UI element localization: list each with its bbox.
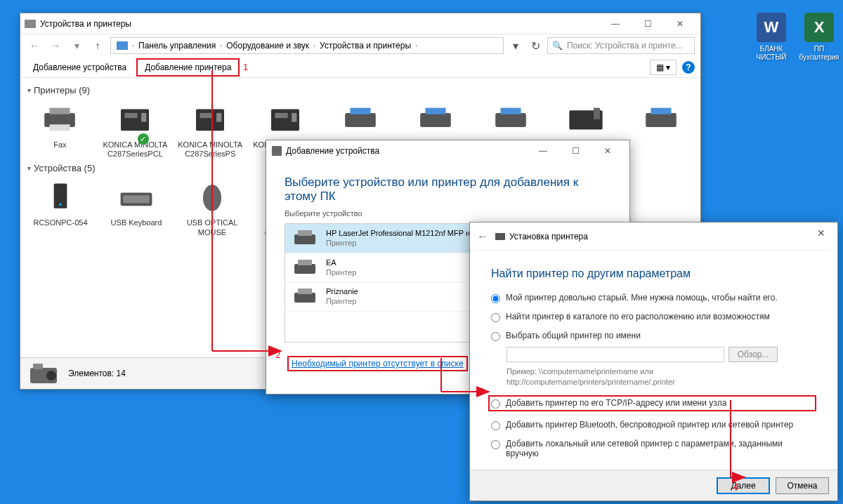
radio-manual[interactable]: Добавить локальный или сетевой принтер с… [491,439,816,458]
device-item-mouse[interactable]: USB OPTICAL MOUSE [179,179,245,246]
desktop-icon-excel[interactable]: X ПП бухгалтерия [795,13,843,62]
dialog-heading: Найти принтер по другим параметрам [491,267,816,280]
refresh-button[interactable]: ↻ [528,37,543,54]
svg-rect-37 [294,264,315,274]
browse-button[interactable]: Обзор... [728,347,778,362]
path-dropdown[interactable]: ▾ [508,37,523,54]
back-button[interactable]: ← [477,230,488,243]
close-button[interactable]: ✕ [805,223,837,244]
close-button[interactable]: ✕ [664,13,696,34]
svg-rect-6 [125,113,138,118]
printer-item[interactable]: KONICA MINOLTA C287SeriesPS [178,101,243,159]
svg-rect-4 [50,124,70,131]
svg-rect-17 [425,108,445,114]
mfp-icon [261,101,310,138]
printers-section-header[interactable]: ▾ Принтеры (9) [27,85,693,95]
fax-icon [35,101,84,138]
printer-icon [495,232,505,241]
svg-point-25 [59,204,62,206]
up-button[interactable]: ↑ [89,37,106,54]
radio-tcpip[interactable]: Добавить принтер по его TCP/IP-адресу ил… [488,395,816,411]
printer-item[interactable]: ✓ KONICA MINOLTA C287SeriesPCL [103,101,168,159]
chevron-down-icon: ▾ [27,86,31,94]
svg-rect-35 [294,234,315,244]
forward-button[interactable]: → [47,37,64,54]
camera-icon [27,361,60,386]
mfp-icon [110,101,159,138]
printer-icon [291,258,319,277]
printer-item-fax[interactable]: Fax [27,101,93,159]
radio-catalog[interactable]: Найти принтер в каталоге по его располож… [491,312,816,322]
titlebar[interactable]: Устройства и принтеры — ☐ ✕ [20,13,700,34]
svg-rect-10 [216,113,221,122]
svg-rect-15 [350,108,370,114]
minimize-button[interactable]: — [599,13,632,34]
close-button[interactable]: ✕ [592,140,624,161]
printer-not-listed-link[interactable]: Необходимый принтер отсутствует в списке [287,356,468,371]
excel-file-icon: X [804,13,834,42]
chevron-icon: › [132,42,134,49]
address-bar: ← → ▾ ↑ › Панель управления › Оборудован… [20,34,700,57]
svg-point-28 [203,185,221,211]
svg-rect-34 [272,146,282,156]
dialog-heading: Выберите устройство или принтер для доба… [285,175,611,204]
back-button[interactable]: ← [26,37,43,54]
device-icon [272,146,282,156]
install-printer-dialog: ✕ ← Установка принтера Найти принтер по … [469,222,838,501]
dialog-title: Установка принтера [495,232,588,241]
svg-rect-36 [298,230,312,236]
add-device-button[interactable]: Добавление устройства [26,60,133,75]
dialog-footer: Далее Отмена [470,470,837,500]
search-input[interactable]: 🔍 Поиск: Устройства и принте... [547,37,695,54]
svg-rect-13 [292,113,296,122]
svg-rect-18 [495,113,526,127]
desktop-icon-label: ПП бухгалтерия [795,45,843,62]
svg-rect-38 [298,260,312,265]
status-text: Элементов: 14 [68,369,126,378]
minimize-button[interactable]: — [527,140,559,161]
radio-bluetooth[interactable]: Добавить принтер Bluetooth, беспроводной… [491,420,816,430]
svg-rect-19 [500,108,521,114]
svg-rect-9 [200,113,213,118]
printer-icon [291,286,319,306]
crumb-3[interactable]: Устройства и принтеры [317,41,414,51]
device-item-pc[interactable]: RCSONPC-054 [27,179,93,246]
dialog-titlebar[interactable]: Добавление устройства — ☐ ✕ [266,140,629,161]
cancel-button[interactable]: Отмена [776,477,829,494]
svg-rect-0 [25,20,36,28]
desktop-icon-label: БЛАНК ЧИСТЫЙ [747,45,795,62]
add-printer-button[interactable]: Добавление принтера [136,58,240,77]
svg-rect-40 [298,289,312,294]
svg-rect-39 [294,293,315,303]
svg-rect-21 [594,108,600,119]
crumb-2[interactable]: Оборудование и звук [223,41,312,51]
check-badge-icon: ✓ [138,133,149,145]
maximize-button[interactable]: ☐ [559,140,592,161]
device-item-keyboard[interactable]: USB Keyboard [103,179,169,246]
maximize-button[interactable]: ☐ [632,13,664,34]
toolbar: Добавление устройства Добавление принтер… [20,57,700,78]
breadcrumb[interactable]: › Панель управления › Оборудование и зву… [110,37,504,54]
radio-shared-name[interactable]: Выбрать общий принтер по имени [491,331,816,341]
desktop-icon-word[interactable]: W БЛАНК ЧИСТЫЙ [747,13,795,62]
chevron-icon: › [415,42,417,49]
next-button[interactable]: Далее [717,477,770,494]
help-button[interactable]: ? [682,61,695,74]
dialog-title: Добавление устройства [272,146,379,156]
svg-rect-27 [123,196,149,204]
radio-old-printer[interactable]: Мой принтер довольно старый. Мне нужна п… [491,293,816,303]
view-toggle[interactable]: ▦ ▾ [650,60,677,75]
svg-rect-14 [345,113,376,127]
svg-rect-22 [646,113,677,127]
crumb-1[interactable]: Панель управления [136,41,218,51]
control-panel-icon [117,40,128,51]
dialog-header: ← Установка принтера [470,223,837,251]
example-text: Пример: \\computername\printername или h… [507,366,816,388]
dialog-subheading: Выберите устройство [285,209,611,218]
svg-rect-16 [420,113,451,127]
printer-path-input[interactable] [507,347,724,362]
svg-rect-23 [651,108,671,114]
svg-rect-41 [495,233,505,240]
printer-item[interactable] [628,101,693,159]
history-dropdown[interactable]: ▾ [68,37,85,54]
